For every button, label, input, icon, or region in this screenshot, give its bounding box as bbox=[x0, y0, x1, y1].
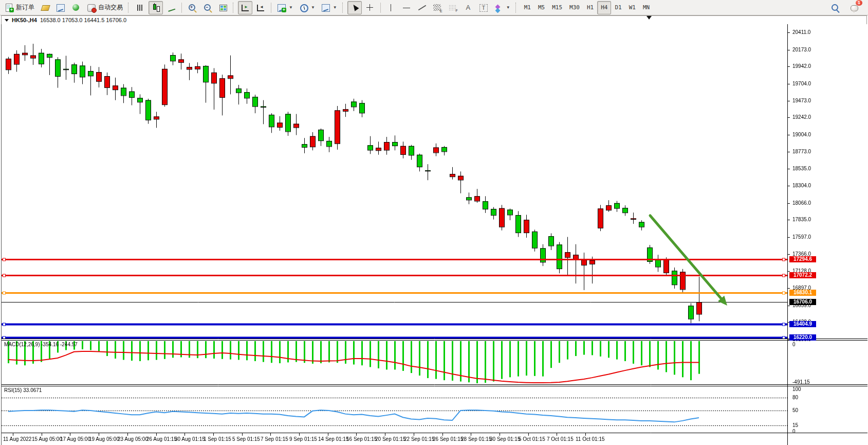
templates-caret-icon: ▼ bbox=[333, 5, 337, 10]
cursor-button[interactable] bbox=[347, 1, 362, 14]
chart-shift-icon bbox=[256, 3, 265, 12]
tile-windows-button[interactable] bbox=[216, 1, 230, 14]
vertical-line-button[interactable] bbox=[384, 1, 398, 14]
auto-scroll-button[interactable] bbox=[238, 1, 252, 14]
text-button[interactable]: A bbox=[461, 1, 475, 14]
periods-button[interactable]: ▼ bbox=[297, 1, 318, 14]
rsi-axis-tick: 100 bbox=[792, 386, 801, 392]
new-order-button[interactable]: + 新订单 bbox=[2, 1, 37, 14]
price-line-label[interactable]: 16706.0 bbox=[789, 299, 816, 305]
rsi-axis-tick: 15 bbox=[792, 422, 798, 428]
new-order-icon: + bbox=[5, 3, 14, 12]
time-axis-label: 30 Aug 01:15 bbox=[175, 436, 205, 442]
price-tick: 18535.0 bbox=[792, 166, 811, 171]
indicators-caret-icon: ▼ bbox=[289, 5, 293, 10]
chart-window-button[interactable] bbox=[53, 1, 68, 14]
price-tick: 20411.0 bbox=[792, 29, 810, 35]
chart-header[interactable]: HK50-,H4 16538.0 17053.0 16441.5 16706.0 bbox=[1, 15, 867, 24]
rsi-label: RSI(15) 33.0671 bbox=[4, 387, 42, 393]
zoom-in-button[interactable]: + bbox=[185, 1, 199, 14]
crosshair-icon bbox=[365, 3, 375, 12]
navigator-button[interactable] bbox=[69, 1, 83, 14]
timeframe-button-m5[interactable]: M5 bbox=[534, 1, 548, 14]
zoom-in-icon: + bbox=[188, 3, 197, 12]
timeframe-button-h1[interactable]: H1 bbox=[583, 1, 597, 14]
time-axis-label: 7 Sep 01:15 bbox=[261, 436, 288, 442]
time-axis-label: 20 Sep 01:15 bbox=[375, 436, 406, 442]
trendline-button[interactable] bbox=[415, 1, 429, 14]
crosshair-button[interactable] bbox=[363, 1, 377, 14]
macd-axis-min: -491.15 bbox=[792, 379, 810, 385]
chart-shift-marker-icon[interactable] bbox=[647, 16, 652, 20]
price-line-label[interactable]: 16220.0 bbox=[789, 334, 816, 341]
zoom-out-icon: − bbox=[203, 3, 212, 12]
timeframe-button-d1[interactable]: D1 bbox=[611, 1, 625, 14]
text-label-icon: T bbox=[479, 3, 488, 12]
candlestick-chart-button[interactable] bbox=[149, 1, 163, 14]
shapes-button[interactable]: ▼ bbox=[492, 1, 513, 14]
time-axis-label: 1 Sep 01:15 bbox=[204, 436, 231, 442]
time-axis-label: 14 Sep 01:15 bbox=[318, 436, 349, 442]
quotes-icon bbox=[41, 3, 50, 12]
time-axis-label: 17 Aug 05:00 bbox=[60, 436, 90, 442]
chat-button[interactable]: 1 bbox=[847, 1, 862, 14]
bar-chart-button[interactable] bbox=[133, 1, 147, 14]
price-tick: 17835.0 bbox=[792, 217, 811, 222]
chart-ohlc-values: 16538.0 17053.0 16441.5 16706.0 bbox=[40, 17, 126, 23]
price-line-label[interactable]: 17294.6 bbox=[789, 256, 816, 262]
timeframe-group: M1M5M15M30H1H4D1W1MN bbox=[521, 1, 654, 14]
navigator-icon bbox=[71, 3, 81, 12]
timeframe-button-mn[interactable]: MN bbox=[639, 1, 653, 14]
search-icon bbox=[830, 3, 840, 12]
time-axis-label: 15 Aug 05:00 bbox=[32, 436, 62, 442]
price-tick: 19473.0 bbox=[792, 98, 811, 103]
quotes-button[interactable] bbox=[38, 1, 52, 14]
main-toolbar: + 新订单 自动交易 + − +▼ ▼ ▼ A T bbox=[0, 0, 868, 15]
time-axis-label: 9 Sep 01:15 bbox=[289, 436, 317, 442]
fibonacci-icon bbox=[433, 3, 442, 12]
timeframe-button-m30[interactable]: M30 bbox=[566, 1, 583, 14]
templates-button[interactable]: ▼ bbox=[319, 1, 340, 14]
timeframe-button-h4[interactable]: H4 bbox=[597, 1, 611, 14]
candlestick-chart-icon bbox=[151, 3, 160, 12]
search-button[interactable] bbox=[828, 1, 842, 14]
rsi-axis-tick: 50 bbox=[792, 407, 798, 413]
timeframe-button-m1[interactable]: M1 bbox=[521, 1, 534, 14]
chat-icon: 1 bbox=[850, 3, 859, 12]
time-axis-label: 22 Sep 01:15 bbox=[404, 436, 435, 442]
price-tick: 19242.0 bbox=[792, 114, 811, 120]
time-axis-label: 11 Aug 2022 bbox=[3, 436, 31, 442]
zoom-out-button[interactable]: − bbox=[200, 1, 215, 14]
price-tick: 18773.0 bbox=[792, 149, 811, 154]
indicators-button[interactable]: +▼ bbox=[274, 1, 296, 14]
line-chart-button[interactable] bbox=[164, 1, 178, 14]
chart-menu-triangle-icon[interactable] bbox=[5, 19, 9, 22]
macd-axis-zero: 0 bbox=[792, 342, 796, 347]
time-axis-label: 19 Aug 05:00 bbox=[89, 436, 119, 442]
channels-icon bbox=[448, 3, 457, 12]
line-chart-icon bbox=[167, 3, 176, 12]
price-line-label[interactable]: 17072.2 bbox=[789, 272, 816, 278]
chat-badge: 1 bbox=[856, 0, 862, 6]
channels-button[interactable] bbox=[446, 1, 460, 14]
timeframe-button-m15[interactable]: M15 bbox=[548, 1, 566, 14]
price-tick: 17597.0 bbox=[792, 234, 811, 240]
trendline-icon bbox=[417, 3, 427, 12]
time-axis-label: 26 Sep 01:15 bbox=[433, 436, 464, 442]
macd-label: MACD(12,26,9) -354.16 -244.57 bbox=[4, 342, 78, 347]
periods-caret-icon: ▼ bbox=[311, 5, 315, 10]
fibonacci-button[interactable] bbox=[430, 1, 445, 14]
horizontal-line-button[interactable] bbox=[399, 1, 414, 14]
price-tick: 19704.0 bbox=[792, 81, 811, 86]
chart-shift-button[interactable] bbox=[253, 1, 268, 14]
text-label-button[interactable]: T bbox=[476, 1, 491, 14]
timeframe-button-w1[interactable]: W1 bbox=[625, 1, 639, 14]
new-order-label: 新订单 bbox=[16, 3, 34, 12]
auto-trading-button[interactable]: 自动交易 bbox=[84, 1, 125, 14]
cursor-icon bbox=[350, 3, 359, 12]
price-line-label[interactable]: 16830.1 bbox=[789, 290, 816, 296]
price-line-label[interactable]: 16404.9 bbox=[789, 321, 816, 327]
time-axis-label: 23 Aug 05:00 bbox=[118, 436, 148, 442]
chart-overlay: 20411.020173.019942.019704.019473.019242… bbox=[2, 24, 867, 445]
price-tick: 20173.0 bbox=[792, 47, 811, 52]
